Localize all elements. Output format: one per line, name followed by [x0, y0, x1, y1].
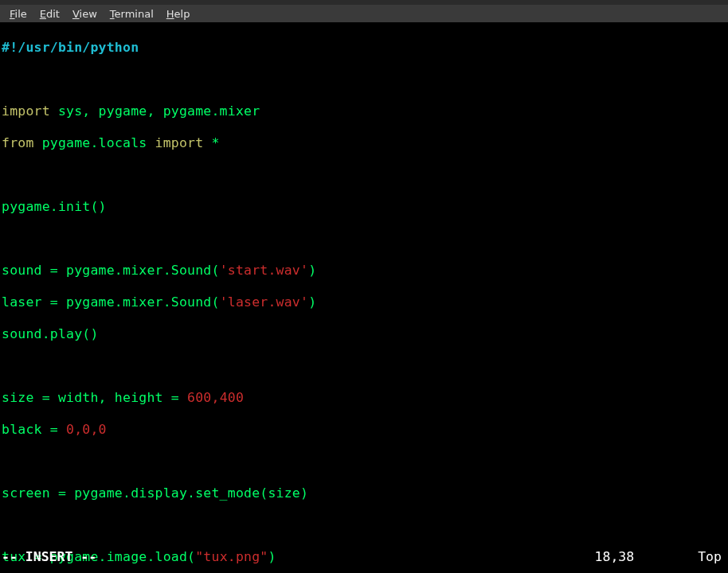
menubar: File Edit View Terminal Help: [0, 5, 728, 22]
number-literal: 0,0,0: [66, 422, 107, 437]
code-line: from pygame.locals import *: [2, 135, 726, 151]
menu-edit[interactable]: Edit: [33, 6, 66, 21]
code-line: [2, 231, 726, 247]
vim-scroll-position: Top: [698, 549, 726, 565]
code-line: pygame.init(): [2, 199, 726, 215]
string-literal: laser.wav: [228, 294, 300, 310]
code-line: #!/usr/bin/python: [2, 40, 726, 56]
shebang: #!/usr/bin/python: [2, 40, 139, 55]
menu-terminal[interactable]: Terminal: [104, 6, 160, 21]
menu-help[interactable]: Help: [160, 6, 197, 21]
vim-mode: -- INSERT --: [2, 549, 96, 565]
keyword: from: [2, 135, 34, 150]
vim-statusbar: -- INSERT -- 18,38 Top: [2, 549, 726, 565]
code-line: sound = pygame.mixer.Sound('start.wav'): [2, 263, 726, 279]
code-line: laser = pygame.mixer.Sound('laser.wav'): [2, 294, 726, 310]
menu-file[interactable]: File: [3, 6, 33, 21]
code-line: [2, 72, 726, 88]
code-line: screen = pygame.display.set_mode(size): [2, 485, 726, 501]
code-line: [2, 167, 726, 183]
string-literal: start.wav: [228, 263, 300, 278]
code-line: [2, 358, 726, 374]
keyword: import: [2, 103, 50, 119]
code-line: size = width, height = 600,400: [2, 390, 726, 406]
editor-area[interactable]: #!/usr/bin/python import sys, pygame, py…: [0, 22, 728, 573]
keyword: import: [155, 135, 204, 150]
code-line: [2, 454, 726, 470]
code-line: black = 0,0,0: [2, 422, 726, 438]
menu-view[interactable]: View: [66, 6, 104, 21]
number-literal: 600,400: [187, 390, 244, 405]
code-line: [2, 517, 726, 533]
code-line: import sys, pygame, pygame.mixer: [2, 103, 726, 119]
code-line: sound.play(): [2, 326, 726, 342]
vim-cursor-position: 18,38: [595, 549, 699, 565]
